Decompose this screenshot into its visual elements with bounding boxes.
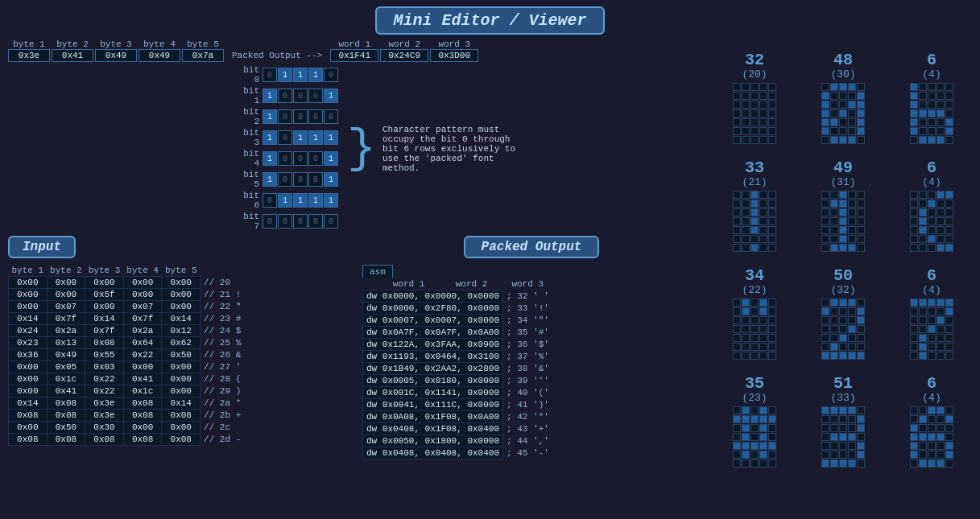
cg-cell-0-1-5-4 [768,235,776,243]
char-grid-1-2 [821,299,865,360]
input-cell-7-2: 0x03 [85,361,124,373]
cg-cell-1-2-4-4 [857,334,865,342]
cg-cell-2-1-0-4 [945,191,953,199]
cg-cell-0-2-0-1 [742,299,750,307]
cg-cell-2-3-5-3 [937,451,945,459]
cg-cell-0-0-3-3 [759,109,767,117]
bit-row-7: bit 700000 [234,212,339,231]
input-cell-13-4: 0x08 [162,434,201,446]
table-row: 0x000x000x000x000x00// 20 [9,277,245,289]
cg-cell-0-3-1-2 [751,415,759,423]
cg-cell-2-3-6-4 [945,459,953,468]
input-cell-13-0: 0x08 [9,434,48,446]
packed-cell-3-0: dw 0x0A7F, 0x0A7F, 0x0A00 [363,327,503,339]
cg-cell-1-0-1-3 [848,92,856,100]
bit-cell-5-3: 0 [308,172,323,187]
asm-tab[interactable]: asm [362,265,393,278]
cg-cell-2-2-2-4 [945,316,953,324]
table-row: 0x000x070x000x070x00// 22 " [9,301,245,313]
packed-cell-11-0: dw 0x0408, 0x1F08, 0x0400 [363,423,503,435]
cg-cell-2-2-4-3 [937,334,945,342]
table-row: 0x230x130x080x640x62// 25 % [9,337,245,349]
cg-cell-2-3-0-1 [919,406,927,414]
packed-col-header-1: word 1 [378,278,440,290]
input-cell-0-1: 0x00 [47,277,85,289]
char-sub-1-3: (33) [830,392,855,404]
cg-cell-2-1-0-3 [937,191,945,199]
byte-label-3: byte 3 [95,39,137,49]
packed-cell-4-0: dw 0x122A, 0x3FAA, 0x0900 [363,339,503,351]
cg-cell-0-1-3-1 [742,217,750,225]
packed-badge: Packed Output [464,236,600,258]
byte-col-4: byte 4 0x49 [139,39,180,62]
cg-cell-1-1-6-3 [848,244,856,252]
char-sub-2-1: (4) [922,176,941,188]
cg-cell-2-2-3-2 [928,325,936,333]
cg-cell-2-0-1-0 [910,92,918,100]
cg-cell-2-3-6-2 [928,459,936,468]
cg-cell-1-1-2-0 [821,208,829,216]
cg-cell-2-0-6-4 [945,136,953,144]
cg-cell-0-0-1-0 [733,92,741,100]
input-cell-1-5: // 21 ! [201,289,245,301]
cg-cell-1-3-6-1 [830,459,838,468]
input-cell-0-4: 0x00 [162,277,201,289]
cg-cell-2-0-2-1 [919,101,927,109]
packed-cell-13-0: dw 0x0408, 0x0408, 0x0400 [363,447,503,459]
cg-cell-1-3-5-1 [830,451,838,459]
table-row: 0x000x000x5f0x000x00// 21 ! [9,289,245,301]
cg-cell-2-0-3-4 [945,109,953,117]
bit-cell-0-0: 0 [263,68,277,82]
cg-cell-0-2-1-2 [751,307,759,315]
cg-cell-0-1-4-1 [742,226,750,234]
cg-cell-1-1-3-0 [821,217,829,225]
input-cell-9-1: 0x41 [47,385,85,397]
char-number-1-2: 50 [833,268,853,284]
cg-cell-1-3-2-4 [857,424,865,432]
cg-cell-2-0-2-0 [910,101,918,109]
cg-cell-1-3-5-2 [839,451,847,459]
cg-cell-0-3-3-2 [751,433,759,441]
cg-cell-2-0-0-3 [937,83,945,91]
cg-cell-2-2-3-1 [919,325,927,333]
cg-cell-2-3-3-1 [919,433,927,441]
packed-section: Packed Output asm word 1word 2word 3dw 0… [362,236,701,459]
cg-cell-1-1-6-0 [821,244,829,252]
bit-cell-4-2: 0 [293,151,308,166]
cg-cell-0-0-4-1 [742,118,750,126]
word-col-1: word 1 0x1F41 [330,39,378,62]
bit-cell-4-4: 1 [324,151,338,166]
packed-cell-2-0: dw 0x0007, 0x0007, 0x0000 [363,315,503,327]
table-row: 0x140x080x3e0x080x14// 2a * [9,397,245,410]
bit-row-1: bit 110001 [234,86,339,105]
input-badge: Input [8,236,76,258]
cg-cell-1-1-2-3 [848,208,856,216]
cg-cell-2-2-0-4 [945,299,953,307]
cg-cell-1-2-5-0 [821,343,829,351]
cg-cell-1-3-3-0 [821,433,829,441]
cg-cell-2-1-1-1 [919,200,927,208]
cg-cell-1-2-5-2 [839,343,847,351]
cg-cell-0-0-1-2 [751,92,759,100]
cg-cell-0-0-2-0 [733,101,741,109]
cg-cell-1-1-1-2 [839,200,847,208]
bit-cell-3-1: 0 [278,130,292,145]
cg-cell-2-2-1-3 [937,307,945,315]
cg-cell-0-2-1-0 [733,307,741,315]
cg-cell-2-1-2-1 [919,208,927,216]
cg-cell-2-2-1-2 [928,307,936,315]
cg-cell-2-3-3-2 [928,433,936,441]
char-number-0-0: 32 [745,52,764,68]
cg-cell-0-0-3-1 [742,109,750,117]
cg-cell-0-3-6-4 [768,459,776,468]
cg-cell-1-3-6-0 [821,459,829,468]
table-row: 0x000x050x030x000x00// 27 ' [9,361,245,373]
table-row: 0x000x1c0x220x410x00// 28 ( [9,373,245,385]
cg-cell-1-0-2-1 [830,101,838,109]
cg-cell-1-3-5-0 [821,451,829,459]
input-cell-1-0: 0x00 [9,289,48,301]
input-cell-9-3: 0x1c [123,385,162,397]
cg-cell-2-3-5-0 [910,451,918,459]
packed-col-header-0 [363,278,378,290]
char-number-2-2: 6 [927,268,937,284]
